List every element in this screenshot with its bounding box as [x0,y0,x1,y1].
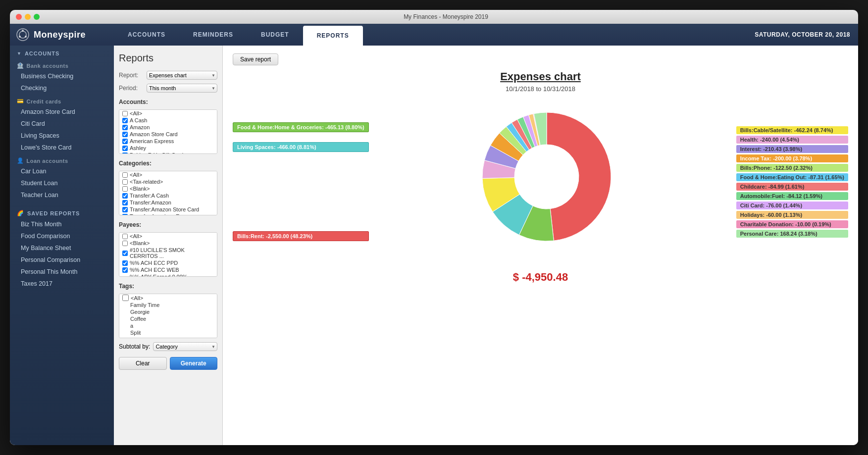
tag-georgie[interactable]: Georgie [119,308,217,315]
account-amex-checkbox[interactable] [122,139,128,144]
cat-transfer-amazon-store-checkbox[interactable] [122,207,128,212]
logo-area: Moneyspire [10,24,114,46]
sidebar-item-biz-this-month[interactable]: Biz This Month [10,218,114,230]
payee-ach-ecc-web-checkbox[interactable] [122,267,128,273]
report-select[interactable]: Expenses chart Income chart Net worth ch… [147,71,217,80]
account-ashley-checkbox[interactable] [122,146,128,151]
account-amazon-store-checkbox[interactable] [122,132,128,137]
tag-split[interactable]: Split [119,329,217,336]
payee-ach-ecc-ppd-checkbox[interactable] [122,260,128,266]
sidebar-item-checking[interactable]: Checking [10,82,114,94]
credit-cards-header[interactable]: 💳 Credit cards [10,94,114,106]
cat-all[interactable]: <All> [119,171,217,178]
maximize-button[interactable] [34,14,40,20]
sidebar-item-car-loan[interactable]: Car Loan [10,165,114,177]
cat-transfer-amazon-checkbox[interactable] [122,200,128,205]
tag-vacation[interactable]: vacation [119,336,217,338]
credit-icon: 💳 [17,98,24,104]
sidebar-item-personal-this-month[interactable]: Personal This Month [10,266,114,278]
tag-family-time[interactable]: Family Time [119,302,217,308]
donut-svg [472,102,621,251]
loan-accounts-header[interactable]: 👤 Loan accounts [10,153,114,165]
payee-all[interactable]: <All> [119,233,217,240]
svg-point-4 [19,36,21,38]
report-select-wrapper[interactable]: Expenses chart Income chart Net worth ch… [147,71,217,80]
clear-button[interactable]: Clear [119,357,167,370]
close-button[interactable] [16,14,22,20]
payee-ach-ecc-ppd[interactable]: %% ACH ECC PPD [119,259,217,266]
period-select-wrapper[interactable]: This month Last month This year [147,84,217,93]
tab-reminders[interactable]: REMINDERS [179,24,247,46]
sidebar-item-business-checking[interactable]: Business Checking [10,70,114,82]
cat-transfer-amex-checkbox[interactable] [122,214,128,216]
categories-list: <All> <Tax-related> <Blank> Transfer:A C… [119,171,217,215]
tab-budget[interactable]: BUDGET [247,24,303,46]
cat-transfer-acash[interactable]: Transfer:A Cash [119,192,217,199]
sidebar-item-food-comparison[interactable]: Food Comparison [10,230,114,242]
date-display: SATURDAY, OCTOBER 20, 2018 [747,24,858,46]
sidebar-item-citi-card[interactable]: Citi Card [10,118,114,130]
legend-fuel: Automobile:Fuel: -84.12 (1.59%) [736,192,848,200]
payee-lucilles-checkbox[interactable] [122,251,128,256]
tag-all-checkbox[interactable] [122,295,129,301]
period-select[interactable]: This month Last month This year [147,84,217,93]
cat-tax-checkbox[interactable] [122,179,128,185]
tab-accounts[interactable]: ACCOUNTS [114,24,179,46]
save-report-button[interactable]: Save report [233,53,278,65]
generate-button[interactable]: Generate [170,357,218,370]
account-acash-checkbox[interactable] [122,118,128,123]
account-ashley[interactable]: Ashley [119,145,217,152]
chart-title: Expenses chart [500,70,581,83]
buttons-row: Clear Generate [119,357,217,370]
tab-reports[interactable]: REPORTS [303,26,363,46]
sidebar-item-taxes-2017[interactable]: Taxes 2017 [10,278,114,290]
payee-lucilles[interactable]: #10 LUCILLE'S SMOK CERRITOS ... [119,247,217,259]
payee-blank[interactable]: <Blank> [119,240,217,247]
cat-transfer-acash-checkbox[interactable] [122,193,128,199]
label-food-home: Food & Home:Home & Groceries: -465.13 (8… [233,122,369,132]
logo-icon [16,28,30,42]
account-acash[interactable]: A Cash [119,117,217,124]
account-all-checkbox[interactable] [122,111,128,116]
sidebar-item-personal-comparison[interactable]: Personal Comparison [10,254,114,266]
tag-all[interactable]: <All> [119,294,217,302]
legend-childcare: Childcare: -84.99 (1.61%) [736,183,848,191]
cat-transfer-amazon-store[interactable]: Transfer:Amazon Store Card [119,206,217,213]
tag-coffee[interactable]: Coffee [119,315,217,322]
account-all[interactable]: <All> [119,110,217,117]
sidebar-item-teacher-loan[interactable]: Teacher Loan [10,189,114,201]
sidebar-item-student-loan[interactable]: Student Loan [10,177,114,189]
accounts-header-label: ACCOUNTS [25,51,59,56]
bank-accounts-header[interactable]: 🏦 Bank accounts [10,58,114,70]
subtotal-select[interactable]: Category Payee Account [153,342,217,351]
sidebar-item-living-spaces[interactable]: Living Spaces [10,130,114,142]
cat-transfer-amazon[interactable]: Transfer:Amazon [119,199,217,206]
sidebar-item-amazon-store-card[interactable]: Amazon Store Card [10,106,114,118]
account-babies[interactable]: Babies R Us Gift Cards [119,152,217,154]
sidebar-item-lowes-store-card[interactable]: Lowe's Store Card [10,142,114,153]
report-area: Save report Expenses chart 10/1/2018 to … [223,46,858,445]
account-amazon-store[interactable]: Amazon Store Card [119,131,217,138]
payee-blank-checkbox[interactable] [122,241,128,246]
sidebar-item-my-balance-sheet[interactable]: My Balance Sheet [10,242,114,254]
account-amazon-checkbox[interactable] [122,125,128,130]
legend-eating-out: Food & Home:Eating Out: -87.31 (1.65%) [736,173,848,181]
cat-all-checkbox[interactable] [122,172,128,178]
payee-all-checkbox[interactable] [122,234,128,239]
minimize-button[interactable] [25,14,31,20]
account-amex[interactable]: American Express [119,138,217,145]
cat-blank-checkbox[interactable] [122,186,128,192]
account-babies-checkbox[interactable] [122,152,128,154]
bank-icon: 🏦 [17,62,24,69]
main-content: ▼ ACCOUNTS 🏦 Bank accounts Business Chec… [10,46,858,445]
period-label: Period: [119,85,144,92]
tag-a[interactable]: a [119,322,217,329]
subtotal-select-wrapper[interactable]: Category Payee Account [153,342,217,351]
cat-tax[interactable]: <Tax-related> [119,178,217,185]
cat-blank[interactable]: <Blank> [119,185,217,192]
legend-cable: Bills:Cable/Satellite: -462.24 (8.74%) [736,126,848,134]
payee-apy-09[interactable]: %% APY Earned 0.09% 04/01/16... [119,273,217,277]
account-amazon[interactable]: Amazon [119,124,217,131]
cat-transfer-amex[interactable]: Transfer:American Express [119,213,217,215]
payee-ach-ecc-web[interactable]: %% ACH ECC WEB [119,266,217,273]
